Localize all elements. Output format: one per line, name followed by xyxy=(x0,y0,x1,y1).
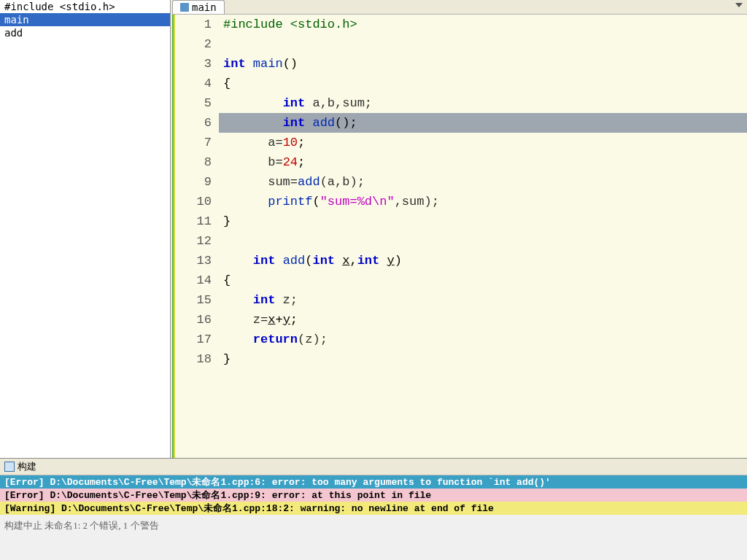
code-content[interactable]: a=10; xyxy=(219,133,747,152)
line-number: 11 xyxy=(175,211,219,231)
code-line[interactable]: 11} xyxy=(175,211,747,231)
build-panel-title: 构建 xyxy=(18,460,36,473)
code-content[interactable]: int a,b,sum; xyxy=(219,93,747,113)
code-line[interactable]: 15 int z; xyxy=(175,290,747,310)
build-panel-header[interactable]: 构建 xyxy=(0,459,747,475)
line-number: 2 xyxy=(175,34,219,54)
tab-main[interactable]: main xyxy=(172,0,225,14)
line-number: 15 xyxy=(175,290,219,310)
line-number: 13 xyxy=(175,251,219,271)
line-number: 1 xyxy=(175,15,219,34)
line-number: 12 xyxy=(175,231,219,251)
file-icon xyxy=(180,3,189,12)
code-line[interactable]: 14{ xyxy=(175,271,747,290)
outline-item[interactable]: #include <stdio.h> xyxy=(0,0,170,13)
tab-strip: main xyxy=(172,0,747,15)
code-line[interactable]: 9 sum=add(a,b); xyxy=(175,172,747,192)
code-line[interactable]: 12 xyxy=(175,231,747,251)
line-number: 8 xyxy=(175,152,219,172)
code-content[interactable]: int add(); xyxy=(219,113,747,133)
line-number: 17 xyxy=(175,330,219,349)
code-content[interactable]: { xyxy=(219,271,747,290)
code-line[interactable]: 4{ xyxy=(175,74,747,93)
code-line[interactable]: 16 z=x+y; xyxy=(175,310,747,330)
outline-item[interactable]: main xyxy=(0,13,170,26)
line-number: 16 xyxy=(175,310,219,330)
line-number: 6 xyxy=(175,113,219,133)
code-line[interactable]: 5 int a,b,sum; xyxy=(175,93,747,113)
code-line[interactable]: 6 int add(); xyxy=(175,113,747,133)
build-message[interactable]: [Warning] D:\Documents\C-Free\Temp\未命名1.… xyxy=(0,502,747,515)
outline-sidebar: #include <stdio.h>mainadd xyxy=(0,0,171,458)
line-number: 5 xyxy=(175,93,219,113)
code-line[interactable]: 8 b=24; xyxy=(175,152,747,172)
code-content[interactable]: sum=add(a,b); xyxy=(219,172,747,192)
code-line[interactable]: 2 xyxy=(175,34,747,54)
outline-item[interactable]: add xyxy=(0,26,170,39)
build-panel: 构建 [Error] D:\Documents\C-Free\Temp\未命名1… xyxy=(0,458,747,560)
code-line[interactable]: 1#include <stdio.h> xyxy=(175,15,747,34)
code-editor[interactable]: 1#include <stdio.h>23int main()4{5 int a… xyxy=(172,15,747,458)
code-content[interactable]: { xyxy=(219,74,747,93)
line-number: 4 xyxy=(175,74,219,93)
code-content[interactable]: int main() xyxy=(219,54,747,74)
line-number: 7 xyxy=(175,133,219,152)
tab-dropdown-icon[interactable] xyxy=(735,3,743,7)
code-line[interactable]: 13 int add(int x,int y) xyxy=(175,251,747,271)
code-content[interactable]: } xyxy=(219,211,747,231)
line-number: 3 xyxy=(175,54,219,74)
code-content[interactable]: return(z); xyxy=(219,330,747,349)
build-message[interactable]: [Error] D:\Documents\C-Free\Temp\未命名1.cp… xyxy=(0,475,747,489)
code-content[interactable]: b=24; xyxy=(219,152,747,172)
code-content[interactable] xyxy=(219,34,747,54)
code-content[interactable]: int z; xyxy=(219,290,747,310)
line-number: 18 xyxy=(175,349,219,369)
code-line[interactable]: 10 printf("sum=%d\n",sum); xyxy=(175,192,747,211)
build-messages: [Error] D:\Documents\C-Free\Temp\未命名1.cp… xyxy=(0,475,747,515)
build-message[interactable]: [Error] D:\Documents\C-Free\Temp\未命名1.cp… xyxy=(0,489,747,502)
build-icon xyxy=(4,462,15,472)
code-content[interactable] xyxy=(219,231,747,251)
build-summary: 构建中止 未命名1: 2 个错误, 1 个警告 xyxy=(0,515,747,537)
code-content[interactable]: int add(int x,int y) xyxy=(219,251,747,271)
code-line[interactable]: 7 a=10; xyxy=(175,133,747,152)
code-area[interactable]: 1#include <stdio.h>23int main()4{5 int a… xyxy=(175,15,747,458)
code-content[interactable]: #include <stdio.h> xyxy=(219,15,747,34)
code-line[interactable]: 17 return(z); xyxy=(175,330,747,349)
code-line[interactable]: 18} xyxy=(175,349,747,369)
code-content[interactable]: printf("sum=%d\n",sum); xyxy=(219,192,747,211)
line-number: 14 xyxy=(175,271,219,290)
code-content[interactable]: } xyxy=(219,349,747,369)
code-line[interactable]: 3int main() xyxy=(175,54,747,74)
tab-label: main xyxy=(192,1,217,13)
line-number: 9 xyxy=(175,172,219,192)
code-content[interactable]: z=x+y; xyxy=(219,310,747,330)
line-number: 10 xyxy=(175,192,219,211)
